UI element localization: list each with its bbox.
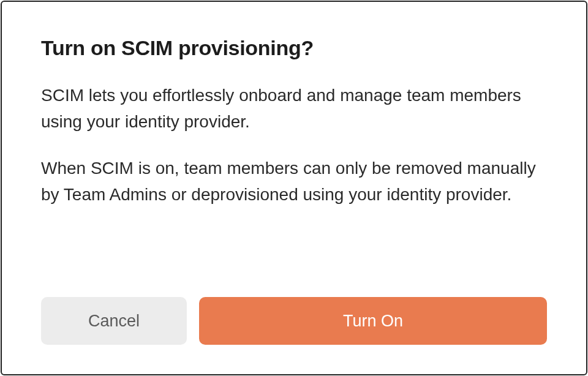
confirm-dialog: Turn on SCIM provisioning? SCIM lets you…	[1, 1, 587, 375]
dialog-paragraph-1: SCIM lets you effortlessly onboard and m…	[41, 82, 547, 135]
dialog-title: Turn on SCIM provisioning?	[41, 36, 547, 60]
turn-on-button[interactable]: Turn On	[199, 297, 547, 345]
cancel-button[interactable]: Cancel	[41, 297, 187, 345]
dialog-paragraph-2: When SCIM is on, team members can only b…	[41, 155, 547, 208]
dialog-body: SCIM lets you effortlessly onboard and m…	[41, 82, 547, 285]
dialog-actions: Cancel Turn On	[41, 297, 547, 345]
